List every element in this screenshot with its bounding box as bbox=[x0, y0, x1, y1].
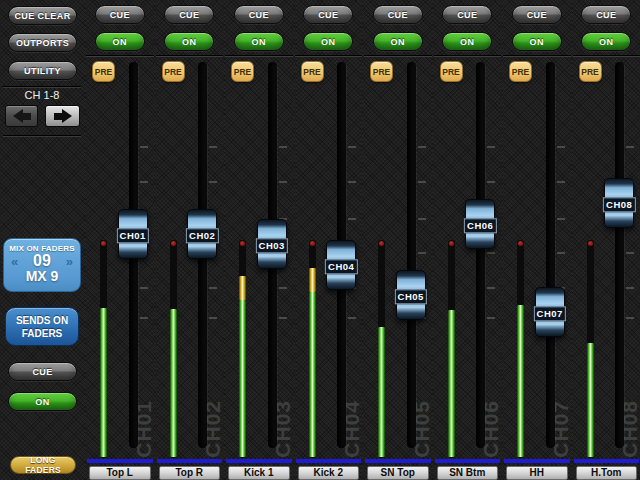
divider bbox=[295, 56, 363, 57]
cue-button[interactable]: CUE bbox=[303, 5, 353, 24]
fader-scale-tick bbox=[487, 317, 495, 319]
fader-cap[interactable]: CH02 bbox=[187, 209, 217, 259]
fader-cap[interactable]: CH08 bbox=[604, 178, 634, 228]
cue-clear-button[interactable]: CUE CLEAR bbox=[8, 6, 77, 25]
mix-next-icon[interactable]: » bbox=[66, 255, 73, 268]
sidebar-on-button[interactable]: ON bbox=[8, 392, 77, 411]
fader-scale-tick bbox=[626, 287, 634, 289]
cue-button[interactable]: CUE bbox=[581, 5, 631, 24]
channel-name[interactable]: Kick 1 bbox=[228, 466, 290, 480]
fader-scale-tick bbox=[418, 218, 426, 220]
channel-name[interactable]: SN Top bbox=[367, 466, 429, 480]
fader-scale-tick bbox=[279, 146, 287, 148]
pre-badge[interactable]: PRE bbox=[162, 61, 185, 82]
divider bbox=[503, 56, 571, 57]
channel-name[interactable]: SN Btm bbox=[437, 466, 499, 480]
pre-badge[interactable]: PRE bbox=[231, 61, 254, 82]
sidebar-cue-button[interactable]: CUE bbox=[8, 362, 77, 381]
pre-badge[interactable]: PRE bbox=[440, 61, 463, 82]
cue-button[interactable]: CUE bbox=[95, 5, 145, 24]
fader-scale-tick bbox=[487, 146, 495, 148]
on-button[interactable]: ON bbox=[95, 32, 145, 51]
meter-segment-green bbox=[309, 292, 316, 457]
fader-scale-tick bbox=[487, 287, 495, 289]
cue-button[interactable]: CUE bbox=[234, 5, 284, 24]
cue-button[interactable]: CUE bbox=[164, 5, 214, 24]
meter-segment-green bbox=[448, 310, 455, 457]
channel-name[interactable]: Top L bbox=[89, 466, 151, 480]
fader-scale-tick bbox=[279, 181, 287, 183]
fader-scale-tick bbox=[209, 317, 217, 319]
fader-cap[interactable]: CH06 bbox=[465, 199, 495, 249]
meter-segment-yellow bbox=[239, 276, 246, 300]
meter-segment-yellow bbox=[309, 268, 316, 292]
pre-badge[interactable]: PRE bbox=[301, 61, 324, 82]
pre-badge[interactable]: PRE bbox=[509, 61, 532, 82]
level-meter bbox=[378, 240, 385, 458]
fader-track[interactable] bbox=[476, 62, 485, 448]
long-faders-button[interactable]: LONG FADERS bbox=[10, 456, 76, 474]
channel-color-bar bbox=[365, 459, 431, 463]
fader-cap[interactable]: CH05 bbox=[396, 270, 426, 320]
divider bbox=[225, 56, 293, 57]
channel-strip-3: CUE ON PRE CH03 CH03 Kick 1 bbox=[225, 0, 293, 480]
fader-cap[interactable]: CH01 bbox=[118, 209, 148, 259]
fader-cap-label: CH01 bbox=[117, 228, 149, 243]
peak-led bbox=[171, 241, 176, 246]
bank-right-button[interactable] bbox=[45, 105, 80, 127]
fader-scale-tick bbox=[140, 181, 148, 183]
on-button[interactable]: ON bbox=[512, 32, 562, 51]
channel-name[interactable]: Top R bbox=[159, 466, 221, 480]
fader-scale-tick bbox=[418, 252, 426, 254]
peak-led bbox=[379, 241, 384, 246]
channel-name[interactable]: Kick 2 bbox=[298, 466, 360, 480]
sidebar: CUE CLEAR OUTPORTS UTILITY CH 1-8 MIX ON… bbox=[0, 0, 84, 480]
on-button[interactable]: ON bbox=[581, 32, 631, 51]
pre-badge[interactable]: PRE bbox=[92, 61, 115, 82]
on-button[interactable]: ON bbox=[164, 32, 214, 51]
channel-name[interactable]: H.Tom bbox=[576, 466, 638, 480]
on-button[interactable]: ON bbox=[373, 32, 423, 51]
fader-cap[interactable]: CH04 bbox=[326, 240, 356, 290]
on-button[interactable]: ON bbox=[442, 32, 492, 51]
mix-on-faders-panel[interactable]: MIX ON FADERS « 09 » MX 9 bbox=[3, 238, 81, 292]
left-arrow-icon bbox=[13, 109, 31, 123]
fader-scale-tick bbox=[626, 317, 634, 319]
meter-segment-green bbox=[239, 300, 246, 457]
divider bbox=[86, 56, 154, 57]
outports-button[interactable]: OUTPORTS bbox=[8, 33, 77, 52]
level-meter bbox=[239, 240, 246, 458]
pre-badge[interactable]: PRE bbox=[579, 61, 602, 82]
fader-cap[interactable]: CH03 bbox=[257, 219, 287, 269]
fader-cap[interactable]: CH07 bbox=[535, 287, 565, 337]
utility-button[interactable]: UTILITY bbox=[8, 61, 77, 80]
fader-track[interactable] bbox=[615, 62, 624, 448]
fader-scale-tick bbox=[140, 317, 148, 319]
fader-scale-tick bbox=[348, 181, 356, 183]
cue-button[interactable]: CUE bbox=[442, 5, 492, 24]
meter-segment-green bbox=[170, 309, 177, 457]
fader-scale-tick bbox=[209, 146, 217, 148]
level-meter bbox=[517, 240, 524, 458]
on-button[interactable]: ON bbox=[234, 32, 284, 51]
cue-button[interactable]: CUE bbox=[373, 5, 423, 24]
channel-bank-label: CH 1-8 bbox=[0, 89, 84, 101]
channel-color-bar bbox=[226, 459, 292, 463]
channel-name[interactable]: HH bbox=[506, 466, 568, 480]
pre-badge[interactable]: PRE bbox=[370, 61, 393, 82]
fader-scale-tick bbox=[557, 218, 565, 220]
fader-track[interactable] bbox=[407, 62, 416, 448]
fader-scale-tick bbox=[279, 287, 287, 289]
divider bbox=[364, 56, 432, 57]
divider bbox=[156, 56, 224, 57]
right-arrow-icon bbox=[54, 109, 72, 123]
fader-track[interactable] bbox=[546, 62, 555, 448]
level-meter bbox=[448, 240, 455, 458]
bank-left-button[interactable] bbox=[5, 105, 38, 127]
on-button[interactable]: ON bbox=[303, 32, 353, 51]
cue-button[interactable]: CUE bbox=[512, 5, 562, 24]
sends-on-faders-button[interactable]: SENDS ON FADERS bbox=[5, 307, 79, 346]
channel-color-bar bbox=[87, 459, 153, 463]
meter-segment-green bbox=[100, 308, 107, 457]
mix-prev-icon[interactable]: « bbox=[11, 255, 18, 268]
